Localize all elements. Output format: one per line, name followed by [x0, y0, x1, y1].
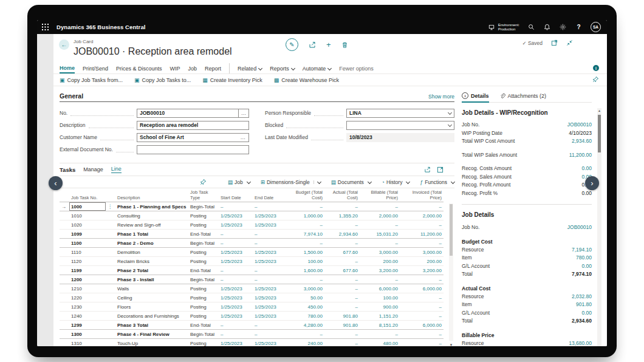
table-row[interactable]: → 1200 ⋮ Phase 3 - Install Begin-Total –… — [60, 275, 444, 284]
cell-start-date[interactable]: 1/25/2023 — [219, 302, 253, 312]
cell-actual-total-cost[interactable]: – — [324, 202, 360, 211]
col-budget-total-cost[interactable]: Budget (Total Cost) — [287, 189, 324, 202]
cell-job-task-no[interactable]: 1100 — [69, 239, 106, 248]
table-row[interactable]: → 1240 ⋮ Decorations and Furnishings Pos… — [60, 312, 444, 321]
cell-invoiced-total-price[interactable]: 2,000.00 — [400, 211, 444, 220]
cell-invoiced-total-price[interactable]: – — [400, 220, 444, 230]
cell-actual-total-cost[interactable]: 901.80 — [324, 321, 360, 330]
cell-invoiced-total-price[interactable]: 6,000.00 — [400, 284, 444, 293]
col-start-date[interactable]: Start Date — [219, 189, 253, 202]
no-input[interactable]: JOB00010 — [137, 109, 239, 118]
cell-job-task-no[interactable]: 1200 — [69, 275, 106, 284]
cell-description[interactable]: Demolition — [115, 248, 188, 257]
cell-invoiced-total-price[interactable]: – — [400, 293, 444, 302]
cell-start-date[interactable]: – — [219, 239, 253, 248]
cell-job-task-no[interactable]: 1220 — [69, 293, 106, 302]
cell-end-date[interactable]: 1/25/2023 — [253, 284, 287, 293]
table-scrollbar-thumb[interactable] — [450, 204, 453, 256]
cell-end-date[interactable]: 1/25/2023 — [253, 302, 287, 312]
factbox-scrollbar-thumb[interactable] — [598, 115, 601, 152]
ribbon-tab[interactable]: Job — [188, 63, 197, 73]
cell-job-task-no[interactable]: 1240 — [69, 312, 106, 321]
cell-billable-total-price[interactable]: 100.00 — [360, 293, 400, 302]
ribbon-tab[interactable]: Reports — [270, 63, 295, 73]
external-document-no-input[interactable] — [137, 145, 249, 154]
table-row[interactable]: → 1099 ⋮ Phase 1 Total End-Total – – 7,9… — [60, 230, 444, 239]
cell-description[interactable]: Phase 1 Total — [115, 230, 188, 239]
cell-actual-total-cost[interactable]: – — [324, 220, 360, 230]
cell-budget-total-cost[interactable]: 4,280.00 — [287, 321, 324, 330]
cell-billable-total-price[interactable]: 3,200.00 — [360, 266, 400, 275]
create-warehouse-pick-button[interactable]: ▩ Create Warehouse Pick — [274, 77, 339, 83]
back-button[interactable]: ← — [59, 39, 69, 50]
cell-billable-total-price[interactable]: 3,000.00 — [360, 248, 400, 257]
table-row[interactable]: → 1230 ⋮ Floors Posting 1/25/2023 1/25/2… — [60, 302, 444, 312]
cell-actual-total-cost[interactable]: – — [324, 330, 360, 339]
cell-budget-total-cost[interactable]: 1,000.00 — [287, 211, 324, 220]
cell-billable-total-price[interactable]: – — [360, 275, 400, 284]
cell-budget-total-cost[interactable]: 780.00 — [287, 312, 324, 321]
ribbon-tab[interactable]: Fewer options — [339, 63, 374, 73]
cell-billable-total-price[interactable]: 900.00 — [360, 302, 400, 312]
cell-actual-total-cost[interactable]: – — [324, 302, 360, 312]
cell-actual-total-cost[interactable]: 1,355.20 — [324, 211, 360, 220]
cell-invoiced-total-price[interactable]: – — [400, 239, 444, 248]
cell-budget-total-cost[interactable]: 3,000.00 — [287, 284, 324, 293]
lookup-ellipsis-icon[interactable]: … — [241, 134, 247, 140]
cell-job-task-no[interactable]: 1300 — [69, 330, 106, 339]
cell-job-task-type[interactable]: Posting — [188, 312, 219, 321]
cell-job-task-type[interactable]: Posting — [188, 339, 219, 347]
customer-name-input[interactable]: School of Fine Art … — [137, 133, 249, 142]
cell-invoiced-total-price[interactable]: 3,000.00 — [400, 248, 444, 257]
app-launcher-icon[interactable] — [37, 20, 53, 34]
ribbon-tab[interactable]: Home — [60, 63, 75, 73]
cell-start-date[interactable]: 1/25/2023 — [219, 220, 253, 230]
cell-billable-total-price[interactable]: 8,151.20 — [360, 321, 400, 330]
cell-job-task-no[interactable]: 1299 — [69, 321, 106, 330]
cell-billable-total-price[interactable]: 480.00 — [360, 339, 400, 347]
cell-billable-total-price[interactable]: 15,031.20 — [360, 230, 400, 239]
col-job-task-no[interactable]: Job Task No. — [69, 189, 106, 202]
cell-job-task-type[interactable]: Posting — [188, 220, 219, 230]
table-row[interactable]: → 1020 ⋮ Review and Sign-off Posting 1/2… — [60, 220, 444, 230]
pin-icon[interactable] — [592, 76, 599, 83]
cell-end-date[interactable]: 1/25/2023 — [253, 211, 287, 220]
cell-end-date[interactable]: – — [253, 239, 287, 248]
cell-start-date[interactable]: – — [219, 202, 253, 211]
cell-job-task-type[interactable]: Posting — [188, 248, 219, 257]
help-icon[interactable]: ? — [575, 23, 583, 31]
job-menu-button[interactable]: ▤ Job — [228, 179, 250, 185]
cell-budget-total-cost[interactable]: 240.00 — [287, 339, 324, 347]
cell-invoiced-total-price[interactable]: 3,200.00 — [400, 266, 444, 275]
history-menu-button[interactable]: ◔ History — [382, 179, 410, 185]
tasks-line-menu[interactable]: Line — [111, 166, 122, 173]
cell-end-date[interactable]: 1/25/2023 — [253, 220, 287, 230]
cell-invoiced-total-price[interactable]: 11,200.00 — [400, 230, 444, 239]
cell-budget-total-cost[interactable]: – — [287, 220, 324, 230]
assist-edit-button[interactable]: … — [239, 109, 249, 118]
cell-description[interactable]: Reclaim Bricks — [115, 257, 188, 266]
col-end-date[interactable]: End Date — [253, 189, 287, 202]
search-icon[interactable] — [527, 23, 535, 31]
table-row[interactable]: → 1100 ⋮ Phase 2 - Demo Begin-Total – – … — [60, 239, 444, 248]
settings-gear-icon[interactable] — [559, 23, 567, 31]
cell-budget-total-cost[interactable]: 100.00 — [287, 257, 324, 266]
cell-description[interactable]: Floors — [115, 302, 188, 312]
person-responsible-select[interactable]: LINA — [346, 109, 454, 118]
cell-job-task-type[interactable]: Posting — [188, 293, 219, 302]
cell-start-date[interactable]: – — [219, 230, 253, 239]
new-icon[interactable]: + — [326, 40, 331, 49]
cell-budget-total-cost[interactable]: 50.00 — [287, 293, 324, 302]
cell-actual-total-cost[interactable]: – — [324, 239, 360, 248]
tab-attachments[interactable]: Attachments (2) — [499, 93, 547, 99]
cell-end-date[interactable]: – — [253, 330, 287, 339]
cell-start-date[interactable]: 1/25/2023 — [219, 211, 253, 220]
delete-trash-icon[interactable] — [341, 41, 348, 49]
cell-budget-total-cost[interactable]: – — [287, 239, 324, 248]
blocked-select[interactable] — [346, 121, 454, 130]
cell-start-date[interactable]: – — [219, 321, 253, 330]
cell-job-task-type[interactable]: End-Total — [188, 321, 219, 330]
cell-job-task-no[interactable]: 1110 — [69, 248, 106, 257]
row-menu-icon[interactable]: ⋮ — [108, 204, 112, 210]
cell-description[interactable]: Phase 4 - Final Review — [115, 330, 188, 339]
